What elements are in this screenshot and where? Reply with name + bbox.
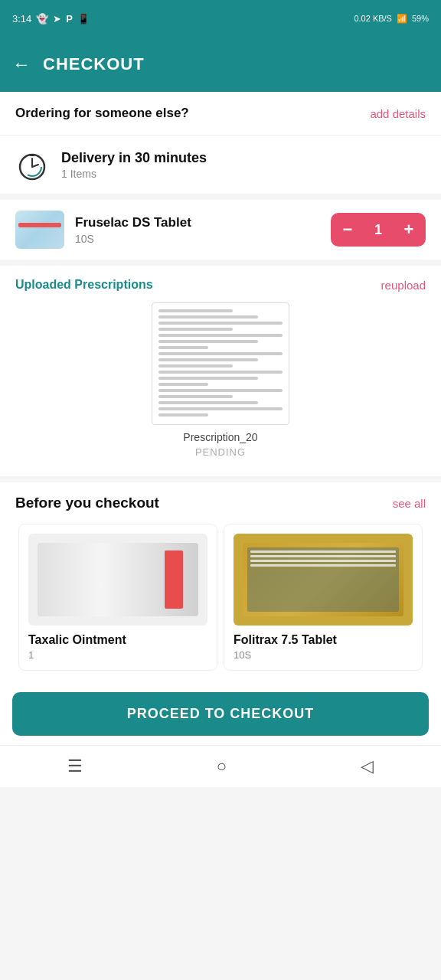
tablet-label-area	[247, 547, 400, 612]
tablet-sub: 10S	[234, 649, 413, 661]
product-name: Fruselac DS Tablet	[75, 215, 191, 230]
delivery-info: Delivery in 30 minutes 1 Items	[61, 150, 207, 180]
t-line-3	[250, 560, 397, 562]
presc-line-18	[158, 413, 208, 416]
quantity-control: − 1 +	[331, 213, 426, 247]
add-details-button[interactable]: add details	[370, 107, 426, 120]
back-button[interactable]: ←	[12, 54, 31, 75]
presc-line-5	[158, 334, 283, 337]
presc-line-1	[158, 309, 233, 312]
menu-nav-icon[interactable]: ☰	[67, 756, 83, 776]
delivery-subtitle: 1 Items	[61, 168, 207, 180]
ointment-stripe	[165, 550, 183, 609]
suggested-product-ointment[interactable]: Taxalic Ointment 1	[18, 524, 217, 671]
prescription-filename: Prescription_20	[152, 431, 289, 443]
svg-rect-4	[30, 154, 34, 156]
presc-line-12	[158, 377, 258, 380]
ointment-image	[28, 534, 207, 626]
prescription-visual	[152, 303, 289, 424]
suggested-product-tablet[interactable]: Folitrax 7.5 Tablet 10S	[224, 524, 423, 671]
uploaded-prescriptions-label: Uploaded Prescriptions	[15, 278, 153, 292]
tablet-image	[234, 534, 413, 626]
presc-line-10	[158, 364, 233, 368]
presc-line-4	[158, 328, 233, 331]
checkout-btn-container: PROCEED TO CHECKOUT	[0, 683, 441, 745]
product-left: Fruselac DS Tablet 10S	[15, 211, 191, 249]
t-line-2	[250, 555, 397, 557]
header: ← CHECKOUT	[0, 37, 441, 92]
battery: 59%	[412, 14, 429, 23]
before-checkout-title: Before you checkout	[15, 495, 159, 511]
whatsapp-icon: 📱	[77, 13, 90, 24]
prescription-section: Uploaded Prescriptions reupload	[0, 266, 441, 482]
back-arrow-icon: ←	[12, 54, 31, 74]
presc-line-7	[158, 346, 208, 349]
presc-line-14	[158, 389, 283, 392]
presc-line-13	[158, 383, 208, 386]
decrease-qty-button[interactable]: −	[331, 213, 364, 247]
product-quantity-label: 10S	[75, 233, 191, 245]
prescription-status: PENDING	[152, 446, 289, 458]
presc-line-15	[158, 395, 233, 398]
prescription-image	[152, 302, 289, 425]
svg-line-3	[32, 165, 38, 167]
presc-line-6	[158, 340, 258, 343]
presc-line-8	[158, 352, 283, 355]
product-section: Fruselac DS Tablet 10S − 1 +	[0, 200, 441, 266]
ointment-visual	[38, 543, 199, 616]
page-title: CHECKOUT	[43, 54, 145, 74]
network-speed: 0.02 KB/S	[354, 14, 392, 23]
ointment-sub: 1	[28, 649, 207, 661]
ordering-question: Ordering for someone else?	[15, 106, 189, 121]
nav-bar: ☰ ○ ◁	[0, 745, 441, 787]
timer-icon	[15, 148, 49, 181]
delivery-section: Delivery in 30 minutes 1 Items	[0, 136, 441, 200]
increase-qty-button[interactable]: +	[392, 213, 426, 247]
presc-line-2	[158, 315, 258, 318]
status-right: 0.02 KB/S 📶 59%	[354, 14, 429, 24]
parking-icon: P	[66, 13, 73, 24]
ordering-section: Ordering for someone else? add details	[0, 92, 441, 136]
status-bar: 3:14 👻 ➤ P 📱 0.02 KB/S 📶 59%	[0, 0, 441, 37]
product-stripe	[18, 223, 61, 227]
t-line-1	[250, 550, 397, 553]
tablet-visual	[243, 543, 404, 616]
back-nav-icon[interactable]: ◁	[361, 756, 374, 776]
status-left: 3:14 👻 ➤ P 📱	[12, 13, 90, 24]
presc-line-16	[158, 401, 258, 404]
ointment-name: Taxalic Ointment	[28, 633, 207, 647]
prescription-card[interactable]: Prescription_20 PENDING	[152, 302, 289, 458]
t-line-4	[250, 564, 397, 567]
time: 3:14	[12, 13, 31, 24]
presc-line-9	[158, 358, 258, 361]
reupload-button[interactable]: reupload	[381, 279, 426, 292]
tablet-name: Folitrax 7.5 Tablet	[234, 633, 413, 647]
delivery-title: Delivery in 30 minutes	[61, 150, 207, 166]
proceed-to-checkout-button[interactable]: PROCEED TO CHECKOUT	[12, 692, 429, 736]
product-image	[15, 211, 64, 249]
home-nav-icon[interactable]: ○	[217, 756, 227, 776]
wifi-icon: 📶	[397, 14, 407, 24]
presc-line-3	[158, 322, 283, 325]
snapchat-icon: 👻	[36, 13, 48, 24]
before-checkout-header: Before you checkout see all	[15, 495, 426, 511]
content: Ordering for someone else? add details D…	[0, 92, 441, 745]
presc-line-11	[158, 371, 283, 374]
navigation-icon: ➤	[53, 13, 61, 24]
product-details: Fruselac DS Tablet 10S	[75, 215, 191, 245]
suggested-products-row: Taxalic Ointment 1 Folitrax 7.5 Tablet	[15, 524, 426, 683]
product-img-visual	[15, 211, 64, 249]
quantity-value: 1	[364, 222, 392, 238]
see-all-button[interactable]: see all	[393, 497, 426, 510]
presc-line-17	[158, 407, 283, 410]
before-checkout-section: Before you checkout see all Taxalic Oint…	[0, 482, 441, 683]
prescription-header: Uploaded Prescriptions reupload	[15, 278, 426, 292]
